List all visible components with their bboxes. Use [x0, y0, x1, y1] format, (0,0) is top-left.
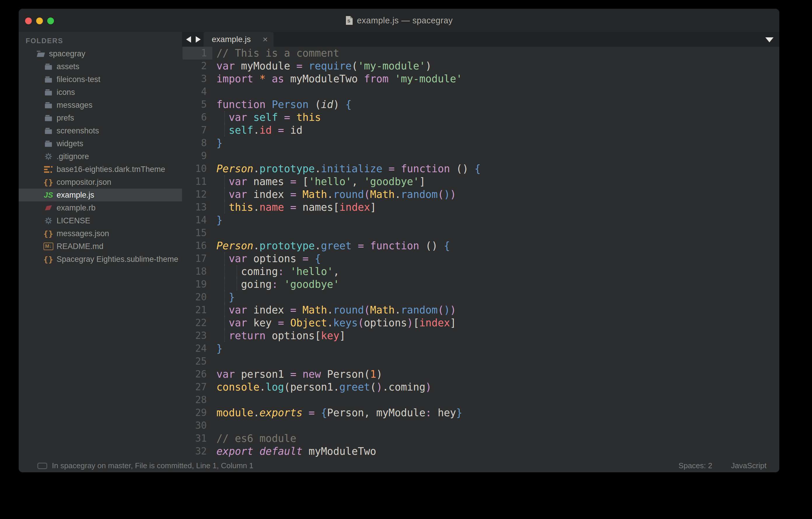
zoom-window-button[interactable]: [47, 18, 54, 24]
code-token: [278, 278, 284, 290]
code-token: 'my-module': [358, 60, 426, 72]
sidebar-item-example-rb[interactable]: example.rb: [19, 201, 182, 214]
code-line[interactable]: 21 var index = Math.round(Math.random()): [182, 304, 779, 317]
code-text: var index = Math.round(Math.random()): [216, 188, 456, 201]
code-line[interactable]: 10Person.prototype.initialize = function…: [182, 162, 779, 175]
status-spaces[interactable]: Spaces: 2: [678, 459, 712, 472]
code-line[interactable]: 6 var self = this: [182, 111, 779, 124]
code-line[interactable]: 27console.log(person1.greet().coming): [182, 381, 779, 393]
sidebar-item-compositor-json[interactable]: {}compositor.json: [19, 176, 182, 189]
code-token: Math: [302, 304, 327, 316]
code-line[interactable]: 13 this.name = names[index]: [182, 201, 779, 214]
line-number: 32: [182, 445, 207, 458]
code-text: // es6 module: [216, 432, 296, 445]
sidebar-item-messages[interactable]: messages: [19, 99, 182, 111]
code-token: (: [438, 189, 444, 200]
code-line[interactable]: 17 var options = {: [182, 252, 779, 265]
code-token: Math: [370, 189, 395, 200]
code-token: [216, 111, 229, 123]
code-line[interactable]: 3import * as myModuleTwo from 'my-module…: [182, 73, 779, 85]
tab-overflow-menu-icon[interactable]: [765, 37, 774, 42]
tab-example-js[interactable]: example.js ×: [204, 32, 273, 47]
code-line[interactable]: 32export default myModuleTwo: [182, 445, 779, 458]
window-title: example.js — spacegray: [357, 16, 453, 25]
code-line[interactable]: 11 var names = ['hello', 'goodbye']: [182, 175, 779, 188]
code-editor[interactable]: 1// This is a comment2var myModule = req…: [182, 47, 779, 459]
code-token: index: [247, 304, 290, 316]
code-token: prototype: [260, 163, 315, 174]
code-line[interactable]: 25: [182, 355, 779, 368]
editor-pane: example.js × 1// This is a comment2var m…: [182, 32, 779, 459]
code-text: var myModule = require('my-module'): [216, 59, 432, 73]
code-token: 1: [370, 368, 376, 380]
code-token: ,: [333, 266, 339, 277]
sidebar-item-label: compositor.json: [57, 178, 111, 187]
code-line[interactable]: 5function Person (id) {: [182, 98, 779, 111]
sidebar-item-base16-eighties-dark-tmtheme[interactable]: base16-eighties.dark.tmTheme: [19, 163, 182, 176]
code-line[interactable]: 20 }: [182, 291, 779, 304]
sidebar-item-assets[interactable]: assets: [19, 60, 182, 73]
status-bar-icon[interactable]: [37, 463, 47, 469]
code-token: [296, 189, 302, 200]
sidebar-item-fileicons-test[interactable]: fileicons-test: [19, 73, 182, 86]
sidebar-item-widgets[interactable]: widgets: [19, 137, 182, 150]
sidebar-item-messages-json[interactable]: {}messages.json: [19, 227, 182, 240]
code-token: name: [260, 201, 284, 213]
code-token: }: [216, 137, 223, 149]
code-line[interactable]: 30: [182, 419, 779, 432]
code-line[interactable]: 22 var key = Object.keys(options)[index]: [182, 317, 779, 329]
sidebar-item-spacegray-eighties-sublime-theme[interactable]: {}Spacegray Eighties.sublime-theme: [19, 253, 182, 266]
code-line[interactable]: 7 self.id = id: [182, 124, 779, 137]
code-token: .: [327, 317, 333, 329]
code-text: this.name = names[index]: [216, 201, 376, 214]
sidebar-item-prefs[interactable]: prefs: [19, 111, 182, 124]
code-line[interactable]: 12 var index = Math.round(Math.random()): [182, 188, 779, 201]
code-line[interactable]: 31// es6 module: [182, 432, 779, 445]
code-line[interactable]: 23 return options[key]: [182, 329, 779, 342]
code-line[interactable]: 8}: [182, 137, 779, 149]
code-token: Math: [370, 304, 395, 316]
folder-icon: [43, 74, 54, 85]
code-line[interactable]: 24}: [182, 342, 779, 355]
code-token: [302, 407, 309, 418]
code-line[interactable]: 18 coming: 'hello',: [182, 265, 779, 278]
code-line[interactable]: 15: [182, 226, 779, 239]
code-token: ,: [352, 176, 364, 187]
close-window-button[interactable]: [25, 18, 32, 24]
code-line[interactable]: 1// This is a comment: [182, 47, 779, 59]
code-line[interactable]: 14}: [182, 214, 779, 226]
code-token: console: [216, 381, 260, 393]
sidebar-item-icons[interactable]: icons: [19, 86, 182, 99]
code-token: prototype: [260, 240, 315, 252]
code-line[interactable]: 2var myModule = require('my-module'): [182, 59, 779, 73]
code-token: ): [425, 60, 431, 72]
code-token: key: [321, 330, 339, 342]
status-syntax[interactable]: JavaScript: [731, 459, 766, 472]
code-line[interactable]: 19 going: 'goodbye': [182, 278, 779, 291]
code-token: .: [327, 189, 333, 200]
code-line[interactable]: 4: [182, 85, 779, 98]
code-line[interactable]: 26var person1 = new Person(1): [182, 368, 779, 381]
sidebar-item-spacegray[interactable]: spacegray: [19, 47, 182, 60]
code-token: keys: [333, 317, 357, 329]
sidebar-item-screenshots[interactable]: screenshots: [19, 124, 182, 137]
sidebar-item--gitignore[interactable]: .gitignore: [19, 150, 182, 163]
line-number: 8: [182, 137, 207, 149]
code-token: ): [450, 304, 456, 316]
tab-close-icon[interactable]: ×: [262, 35, 268, 44]
code-token: Object: [290, 317, 327, 329]
code-token: self: [253, 111, 278, 123]
nav-forward-icon[interactable]: [196, 36, 201, 43]
theme-icon: [43, 164, 54, 174]
code-line[interactable]: 28: [182, 393, 779, 406]
code-line[interactable]: 16Person.prototype.greet = function () {: [182, 239, 779, 252]
nav-back-icon[interactable]: [186, 36, 191, 43]
gear-icon: [43, 215, 54, 226]
sidebar-item-example-js[interactable]: JSexample.js: [19, 189, 182, 201]
sidebar-item-readme-md[interactable]: M↓README.md: [19, 240, 182, 253]
code-line[interactable]: 29module.exports = {Person, myModule: he…: [182, 406, 779, 419]
code-token: ): [444, 189, 450, 200]
sidebar-item-license[interactable]: LICENSE: [19, 214, 182, 227]
minimize-window-button[interactable]: [36, 18, 43, 24]
code-line[interactable]: 9: [182, 149, 779, 162]
